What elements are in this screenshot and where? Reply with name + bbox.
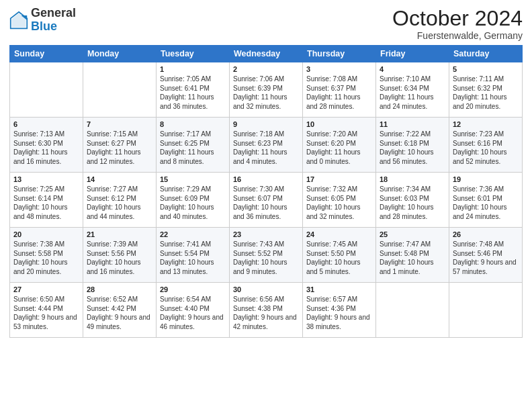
day-number: 10 xyxy=(306,120,372,128)
day-info: Sunrise: 7:41 AMSunset: 5:54 PMDaylight:… xyxy=(160,240,226,276)
calendar-cell: 31Sunrise: 6:57 AMSunset: 4:36 PMDayligh… xyxy=(303,283,376,338)
day-number: 31 xyxy=(306,285,372,293)
day-info: Sunrise: 7:08 AMSunset: 6:37 PMDaylight:… xyxy=(306,75,372,111)
calendar-cell xyxy=(449,283,523,338)
day-number: 18 xyxy=(380,175,445,183)
day-info: Sunrise: 7:15 AMSunset: 6:27 PMDaylight:… xyxy=(87,130,152,166)
day-number: 27 xyxy=(13,285,79,293)
day-info: Sunrise: 7:29 AMSunset: 6:09 PMDaylight:… xyxy=(160,185,226,221)
calendar-cell: 28Sunrise: 6:52 AMSunset: 4:42 PMDayligh… xyxy=(83,283,157,338)
day-number: 21 xyxy=(87,230,152,238)
calendar-cell xyxy=(83,62,157,118)
calendar-week-row: 27Sunrise: 6:50 AMSunset: 4:44 PMDayligh… xyxy=(10,283,523,338)
day-info: Sunrise: 6:57 AMSunset: 4:36 PMDaylight:… xyxy=(306,295,372,331)
calendar-week-row: 6Sunrise: 7:13 AMSunset: 6:30 PMDaylight… xyxy=(10,118,523,173)
day-number: 30 xyxy=(233,285,299,293)
day-info: Sunrise: 7:32 AMSunset: 6:05 PMDaylight:… xyxy=(306,185,372,221)
calendar-cell xyxy=(10,62,83,118)
day-info: Sunrise: 7:13 AMSunset: 6:30 PMDaylight:… xyxy=(13,130,79,166)
day-number: 2 xyxy=(233,65,299,73)
calendar-cell: 27Sunrise: 6:50 AMSunset: 4:44 PMDayligh… xyxy=(10,283,83,338)
calendar-cell: 18Sunrise: 7:34 AMSunset: 6:03 PMDayligh… xyxy=(376,173,449,228)
logo: General Blue xyxy=(9,7,76,34)
day-number: 20 xyxy=(13,230,79,238)
day-number: 15 xyxy=(160,175,226,183)
day-info: Sunrise: 7:39 AMSunset: 5:56 PMDaylight:… xyxy=(87,240,152,276)
day-info: Sunrise: 6:50 AMSunset: 4:44 PMDaylight:… xyxy=(13,295,79,331)
day-info: Sunrise: 6:56 AMSunset: 4:38 PMDaylight:… xyxy=(233,295,299,331)
calendar-cell: 3Sunrise: 7:08 AMSunset: 6:37 PMDaylight… xyxy=(303,62,376,118)
calendar-cell xyxy=(376,283,449,338)
calendar-cell: 17Sunrise: 7:32 AMSunset: 6:05 PMDayligh… xyxy=(303,173,376,228)
day-number: 6 xyxy=(13,120,79,128)
day-number: 26 xyxy=(453,230,519,238)
day-number: 12 xyxy=(453,120,519,128)
calendar-cell: 11Sunrise: 7:22 AMSunset: 6:18 PMDayligh… xyxy=(376,118,449,173)
calendar-title: October 2024 xyxy=(392,7,523,30)
day-info: Sunrise: 7:43 AMSunset: 5:52 PMDaylight:… xyxy=(233,240,299,276)
calendar-cell: 8Sunrise: 7:17 AMSunset: 6:25 PMDaylight… xyxy=(157,118,230,173)
calendar-cell: 26Sunrise: 7:48 AMSunset: 5:46 PMDayligh… xyxy=(449,228,523,283)
calendar-cell: 19Sunrise: 7:36 AMSunset: 6:01 PMDayligh… xyxy=(449,173,523,228)
header-saturday: Saturday xyxy=(449,46,523,62)
day-info: Sunrise: 7:48 AMSunset: 5:46 PMDaylight:… xyxy=(453,240,519,276)
calendar-header-row: Sunday Monday Tuesday Wednesday Thursday… xyxy=(10,46,523,62)
calendar-cell: 12Sunrise: 7:23 AMSunset: 6:16 PMDayligh… xyxy=(449,118,523,173)
day-number: 19 xyxy=(453,175,519,183)
day-info: Sunrise: 7:36 AMSunset: 6:01 PMDaylight:… xyxy=(453,185,519,221)
day-info: Sunrise: 6:54 AMSunset: 4:40 PMDaylight:… xyxy=(160,295,226,331)
logo-icon xyxy=(9,11,28,30)
calendar-cell: 25Sunrise: 7:47 AMSunset: 5:48 PMDayligh… xyxy=(376,228,449,283)
calendar-cell: 30Sunrise: 6:56 AMSunset: 4:38 PMDayligh… xyxy=(230,283,303,338)
day-number: 14 xyxy=(87,175,152,183)
title-block: October 2024 Fuerstenwalde, Germany xyxy=(392,7,523,41)
day-number: 1 xyxy=(160,65,226,73)
day-number: 5 xyxy=(453,65,519,73)
calendar-cell: 7Sunrise: 7:15 AMSunset: 6:27 PMDaylight… xyxy=(83,118,157,173)
calendar-cell: 29Sunrise: 6:54 AMSunset: 4:40 PMDayligh… xyxy=(157,283,230,338)
calendar-cell: 13Sunrise: 7:25 AMSunset: 6:14 PMDayligh… xyxy=(10,173,83,228)
header-friday: Friday xyxy=(376,46,449,62)
calendar-week-row: 20Sunrise: 7:38 AMSunset: 5:58 PMDayligh… xyxy=(10,228,523,283)
day-number: 25 xyxy=(380,230,445,238)
page-header: General Blue October 2024 Fuerstenwalde,… xyxy=(9,7,523,41)
day-info: Sunrise: 7:11 AMSunset: 6:32 PMDaylight:… xyxy=(453,75,519,111)
day-info: Sunrise: 7:34 AMSunset: 6:03 PMDaylight:… xyxy=(380,185,445,221)
calendar-cell: 24Sunrise: 7:45 AMSunset: 5:50 PMDayligh… xyxy=(303,228,376,283)
day-number: 28 xyxy=(87,285,152,293)
day-info: Sunrise: 7:17 AMSunset: 6:25 PMDaylight:… xyxy=(160,130,226,166)
day-info: Sunrise: 7:05 AMSunset: 6:41 PMDaylight:… xyxy=(160,75,226,111)
calendar-week-row: 13Sunrise: 7:25 AMSunset: 6:14 PMDayligh… xyxy=(10,173,523,228)
day-number: 13 xyxy=(13,175,79,183)
day-number: 17 xyxy=(306,175,372,183)
day-info: Sunrise: 7:23 AMSunset: 6:16 PMDaylight:… xyxy=(453,130,519,166)
calendar-cell: 16Sunrise: 7:30 AMSunset: 6:07 PMDayligh… xyxy=(230,173,303,228)
day-info: Sunrise: 7:45 AMSunset: 5:50 PMDaylight:… xyxy=(306,240,372,276)
calendar-cell: 10Sunrise: 7:20 AMSunset: 6:20 PMDayligh… xyxy=(303,118,376,173)
day-number: 3 xyxy=(306,65,372,73)
day-info: Sunrise: 6:52 AMSunset: 4:42 PMDaylight:… xyxy=(87,295,152,331)
calendar-cell: 2Sunrise: 7:06 AMSunset: 6:39 PMDaylight… xyxy=(230,62,303,118)
day-info: Sunrise: 7:22 AMSunset: 6:18 PMDaylight:… xyxy=(380,130,445,166)
calendar-cell: 4Sunrise: 7:10 AMSunset: 6:34 PMDaylight… xyxy=(376,62,449,118)
day-number: 23 xyxy=(233,230,299,238)
day-info: Sunrise: 7:47 AMSunset: 5:48 PMDaylight:… xyxy=(380,240,445,276)
day-info: Sunrise: 7:25 AMSunset: 6:14 PMDaylight:… xyxy=(13,185,79,221)
header-wednesday: Wednesday xyxy=(230,46,303,62)
day-number: 8 xyxy=(160,120,226,128)
header-thursday: Thursday xyxy=(303,46,376,62)
header-sunday: Sunday xyxy=(10,46,83,62)
day-number: 24 xyxy=(306,230,372,238)
calendar-cell: 5Sunrise: 7:11 AMSunset: 6:32 PMDaylight… xyxy=(449,62,523,118)
calendar-location: Fuerstenwalde, Germany xyxy=(392,30,523,41)
calendar-cell: 21Sunrise: 7:39 AMSunset: 5:56 PMDayligh… xyxy=(83,228,157,283)
day-number: 29 xyxy=(160,285,226,293)
calendar-cell: 14Sunrise: 7:27 AMSunset: 6:12 PMDayligh… xyxy=(83,173,157,228)
day-info: Sunrise: 7:27 AMSunset: 6:12 PMDaylight:… xyxy=(87,185,152,221)
logo-blue-text: Blue xyxy=(31,19,57,33)
calendar-cell: 20Sunrise: 7:38 AMSunset: 5:58 PMDayligh… xyxy=(10,228,83,283)
day-number: 11 xyxy=(380,120,445,128)
calendar-cell: 22Sunrise: 7:41 AMSunset: 5:54 PMDayligh… xyxy=(157,228,230,283)
day-info: Sunrise: 7:38 AMSunset: 5:58 PMDaylight:… xyxy=(13,240,79,276)
day-number: 16 xyxy=(233,175,299,183)
